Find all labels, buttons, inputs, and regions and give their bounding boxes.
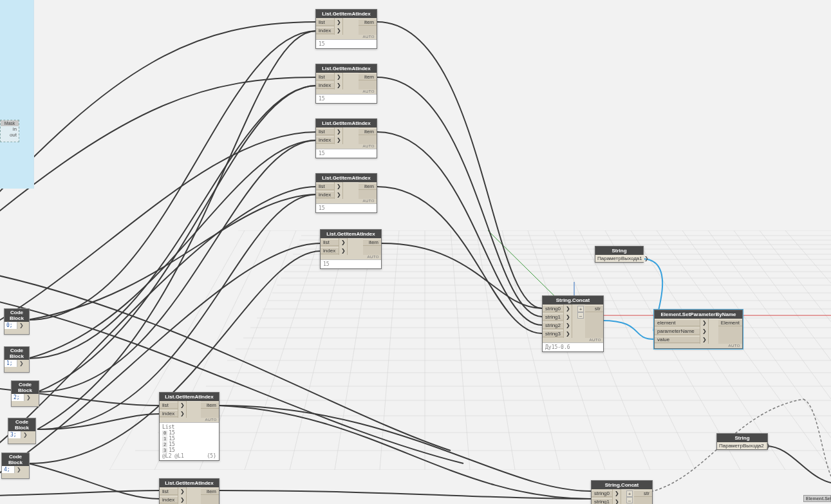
port-item[interactable]: item [359, 128, 377, 135]
node-get-item-at-index-5[interactable]: List.GetItemAtIndex list❯ index❯ item AU… [320, 229, 382, 269]
node-get-item-at-index-4[interactable]: List.GetItemAtIndex list❯ index❯ item AU… [315, 173, 377, 213]
preview-idx: 2 [162, 442, 167, 447]
port-list[interactable]: list [316, 19, 334, 26]
chevron-right-icon: ❯ [17, 360, 25, 367]
graph-canvas[interactable]: Mask in out List.GetItemAtIndex list❯ in… [0, 0, 831, 504]
port-string1[interactable]: string1 [592, 498, 612, 504]
preview-footer-right: {5} [207, 453, 216, 459]
string-value[interactable]: ПараметрВыхода2 [717, 442, 766, 449]
port-index[interactable]: index [316, 136, 334, 144]
preview-idx: 1 [162, 436, 167, 442]
port-index[interactable]: index [316, 191, 334, 198]
remove-input-button[interactable]: – [626, 497, 633, 503]
chevron-right-icon: ❯ [21, 431, 29, 438]
node-title: Code Block [5, 309, 29, 322]
port-value[interactable]: value [655, 336, 700, 343]
svg-line-33 [380, 230, 399, 470]
port-item[interactable]: item [201, 402, 219, 409]
lacing-label: AUTO [316, 199, 377, 203]
node-code-block-4[interactable]: Code Block 4;❯ [1, 453, 30, 479]
port-list[interactable]: list [316, 73, 334, 80]
node-title: Code Block [5, 347, 29, 360]
chevron-right-icon: ❯ [563, 313, 572, 321]
port-str[interactable]: str [634, 490, 652, 497]
node-string-concat-1[interactable]: String.Concat string0❯ string1❯ string2❯… [542, 295, 604, 352]
node-element-set-partial[interactable]: Element.Set [803, 495, 831, 502]
code-input[interactable]: 3; [8, 431, 21, 438]
string-value[interactable]: ПараметрВыхода1 [595, 255, 644, 262]
chevron-right-icon: ❯ [766, 443, 770, 449]
port-item[interactable]: item [359, 19, 377, 26]
remove-input-button[interactable]: – [577, 312, 584, 319]
node-title: Element.SetParameterByName [655, 310, 742, 319]
node-preview: 15 [321, 259, 381, 268]
node-code-block-3[interactable]: Code Block 3;❯ [8, 418, 36, 444]
preview-val: 15 [169, 447, 175, 453]
port-list[interactable]: list [160, 402, 178, 409]
node-code-block-0[interactable]: Code Block 0;❯ [4, 308, 30, 335]
node-code-block-2[interactable]: Code Block 2;❯ [11, 380, 39, 407]
port-list[interactable]: list [160, 488, 178, 495]
node-mask-partial[interactable]: Mask in out [0, 120, 19, 142]
port-element-out[interactable]: Element [718, 319, 742, 326]
port-string1[interactable]: string1 [543, 313, 563, 321]
code-input[interactable]: 2; [12, 394, 24, 401]
chevron-right-icon: ❯ [15, 466, 23, 473]
port-str[interactable]: str [585, 305, 603, 312]
node-title: List.GetItemAtIndex [316, 10, 377, 18]
port-index[interactable]: index [160, 410, 178, 417]
code-input[interactable]: 0; [5, 322, 17, 329]
port-index[interactable]: index [316, 27, 334, 34]
node-string-1[interactable]: String ПараметрВыхода1 ❯ [595, 246, 644, 263]
chevron-right-icon: ❯ [700, 319, 709, 327]
chevron-right-icon: ❯ [563, 330, 572, 338]
chevron-right-icon: ❯ [334, 18, 343, 26]
node-string-concat-2[interactable]: String.Concat string0❯ string1❯ +– str [591, 480, 653, 504]
port-item[interactable]: item [359, 73, 377, 80]
port-parametername[interactable]: parameterName [655, 328, 700, 335]
chevron-right-icon: ❯ [334, 73, 343, 81]
node-get-item-at-index-2[interactable]: List.GetItemAtIndex list❯ index❯ item AU… [315, 64, 377, 104]
add-input-button[interactable]: + [626, 490, 633, 497]
port-string0[interactable]: string0 [543, 305, 563, 312]
port-list[interactable]: list [316, 128, 334, 135]
port-item[interactable]: item [359, 183, 377, 190]
port-index[interactable]: index [321, 247, 339, 254]
node-get-item-at-index-3[interactable]: List.GetItemAtIndex list❯ index❯ item AU… [315, 118, 377, 158]
node-get-item-at-index-1[interactable]: List.GetItemAtIndex list❯ index❯ item AU… [315, 9, 377, 49]
chevron-right-icon: ❯ [334, 26, 343, 35]
port-element[interactable]: element [655, 319, 700, 326]
node-title: String [595, 247, 643, 255]
code-input[interactable]: 1; [5, 360, 17, 367]
port-in[interactable]: in [1, 126, 19, 132]
node-title: List.GetItemAtIndex [321, 230, 381, 238]
port-string2[interactable]: string2 [543, 322, 563, 329]
node-preview: 15 [316, 94, 377, 103]
preview-idx: 0 [162, 431, 167, 436]
node-element-set-parameter-by-name[interactable]: Element.SetParameterByName element❯ para… [654, 310, 743, 349]
chevron-right-icon: ❯ [334, 81, 343, 89]
port-index[interactable]: index [160, 496, 178, 503]
preview-idx: 3 [162, 448, 167, 453]
code-input[interactable]: 4; [2, 466, 15, 473]
side-panel [0, 0, 34, 189]
add-input-button[interactable]: + [577, 306, 584, 312]
chevron-right-icon: ❯ [700, 335, 709, 344]
port-index[interactable]: index [316, 82, 334, 89]
background-grid-3d [0, 0, 831, 504]
node-get-item-at-index-6[interactable]: List.GetItemAtIndex list❯ index❯ item AU… [159, 392, 219, 461]
node-preview-list: List 015 115 215 315 @L2 @L1{5} [160, 422, 219, 460]
node-preview: Ду15-0.6 [543, 342, 603, 351]
port-string3[interactable]: string3 [543, 330, 563, 337]
port-item[interactable]: item [363, 239, 381, 246]
node-get-item-at-index-7[interactable]: List.GetItemAtIndex list❯ index❯ item [159, 478, 219, 504]
port-item[interactable]: item [201, 488, 219, 495]
port-out[interactable]: out [1, 132, 19, 138]
port-list[interactable]: list [316, 183, 334, 190]
node-string-2[interactable]: String ПараметрВыхода2 ❯ [716, 433, 768, 450]
chevron-right-icon: ❯ [334, 182, 343, 191]
node-code-block-1[interactable]: Code Block 1;❯ [4, 346, 30, 373]
node-title: Mask [1, 120, 19, 126]
port-string0[interactable]: string0 [592, 490, 612, 497]
port-list[interactable]: list [321, 239, 339, 246]
